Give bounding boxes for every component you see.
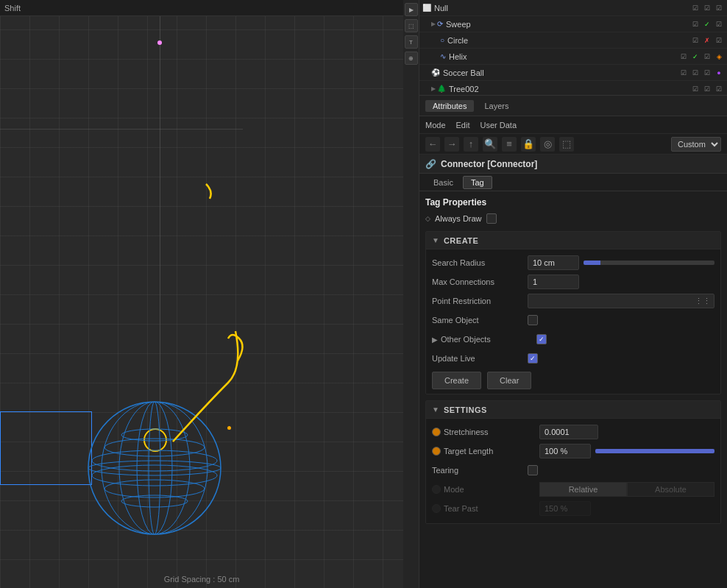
circle-ctrl-2[interactable]: ✗ (702, 35, 712, 46)
subtab-tag[interactable]: Tag (463, 176, 492, 189)
obj-row-sweep[interactable]: ▶ ⟳ Sweep ☑ ✓ ☑ (419, 16, 727, 32)
svg-point-1 (88, 402, 221, 534)
obj-row-circle[interactable]: ○ Circle ☑ ✗ ☑ (419, 32, 727, 49)
max-connections-label: Max Connections (432, 277, 528, 286)
obj-row-soccer[interactable]: ⚽ Soccer Ball ☑ ☑ ☑ ● (419, 65, 727, 81)
prop-search-radius: Search Radius (432, 254, 714, 272)
null-icon: ⬜ (422, 4, 431, 12)
tree-ctrl-2[interactable]: ☑ (702, 84, 712, 94)
create-section-body: Search Radius Max Connections Point Rest… (426, 249, 720, 394)
nav-lock[interactable]: 🔒 (521, 137, 536, 152)
search-radius-slider[interactable] (584, 261, 714, 265)
soccer-tag-icon[interactable]: ● (714, 68, 724, 78)
point-restriction-icon: ⋮⋮ (695, 297, 711, 306)
null-ctrl-1[interactable]: ☑ (690, 3, 701, 13)
svg-point-0 (88, 402, 221, 534)
tearing-checkbox[interactable] (528, 465, 538, 475)
search-radius-control (528, 255, 714, 270)
nav-dropdown: Custom (671, 137, 721, 152)
nav-back[interactable]: ← (425, 137, 440, 152)
target-length-dot[interactable] (432, 447, 441, 456)
tree-icon: 🌲 (437, 85, 446, 93)
settings-section-title: SETTINGS (444, 405, 487, 414)
mode-label: Mode (444, 485, 539, 494)
obj-row-tree[interactable]: ▶ 🌲 Tree002 ☑ ☑ ☑ (419, 81, 727, 97)
obj-row-helix[interactable]: ∿ Helix ☑ ✓ ☑ ◈ (419, 49, 727, 65)
tree-ctrl-1[interactable]: ☑ (690, 84, 701, 94)
component-title-bar: 🔗 Connector [Connector] (419, 155, 727, 174)
sweep-ctrl-1[interactable]: ☑ (690, 19, 701, 29)
prop-target-length: Target Length (432, 442, 714, 460)
settings-chevron-icon: ▼ (432, 405, 439, 414)
other-objects-checkbox[interactable]: ✓ (536, 334, 547, 344)
circle-ctrl-1[interactable]: ☑ (690, 35, 701, 46)
create-button[interactable]: Create (432, 372, 481, 389)
helix-ctrl-3[interactable]: ☑ (702, 52, 712, 62)
sweep-ctrl-3[interactable]: ☑ (714, 19, 724, 29)
prop-stretchiness: Stretchiness (432, 423, 714, 441)
other-objects-expand-icon: ▶ (432, 336, 438, 344)
tear-past-value[interactable] (539, 501, 591, 516)
menu-row: Mode Edit User Data (419, 116, 727, 134)
target-length-value[interactable] (539, 444, 591, 458)
null-ctrl-3[interactable]: ☑ (714, 3, 724, 13)
mode-dot[interactable] (432, 485, 441, 494)
nav-box[interactable]: ⬚ (559, 137, 574, 152)
tool-text[interactable]: T (405, 35, 418, 49)
stretchiness-dot[interactable] (432, 428, 441, 436)
nav-forward[interactable]: → (444, 137, 459, 152)
tree-expand-icon: ▶ (431, 85, 436, 92)
max-connections-value[interactable] (528, 274, 579, 289)
nav-search[interactable]: 🔍 (483, 137, 497, 152)
tool-box[interactable]: ⬚ (405, 19, 418, 32)
tree-controls: ☑ ☑ ☑ (690, 84, 724, 94)
tab-layers[interactable]: Layers (477, 100, 516, 112)
point-restriction-field[interactable]: ⋮⋮ (528, 294, 714, 308)
clear-button[interactable]: Clear (487, 372, 531, 389)
helix-tag-icon[interactable]: ◈ (714, 52, 724, 62)
viewport-topbar: Shift (0, 0, 403, 16)
prop-tearing: Tearing (432, 461, 714, 479)
nav-target[interactable]: ◎ (540, 137, 555, 152)
nav-list[interactable]: ≡ (502, 137, 517, 152)
null-ctrl-2[interactable]: ☑ (702, 3, 712, 13)
helix-ctrl-2[interactable]: ✓ (690, 52, 701, 62)
target-length-slider[interactable] (595, 449, 714, 453)
search-radius-value[interactable] (528, 255, 579, 270)
mode-relative[interactable]: Relative (539, 482, 627, 497)
helix-controls: ☑ ✓ ☑ ◈ (678, 52, 724, 62)
soccer-ctrl-1[interactable]: ☑ (678, 68, 689, 78)
tear-past-dot[interactable] (432, 504, 441, 513)
tab-attributes[interactable]: Attributes (425, 100, 474, 112)
tree-ctrl-3[interactable]: ☑ (714, 84, 724, 94)
soccer-ctrl-3[interactable]: ☑ (702, 68, 712, 78)
soccer-ctrl-2[interactable]: ☑ (690, 68, 701, 78)
menu-userdata[interactable]: User Data (480, 121, 517, 130)
settings-section: ▼ SETTINGS Stretchiness Target Length (425, 400, 721, 524)
selection-box (0, 411, 92, 485)
helix-name: Helix (449, 52, 678, 61)
sweep-ctrl-2[interactable]: ✓ (702, 19, 712, 29)
circle-ctrl-3[interactable]: ☑ (714, 35, 724, 46)
svg-point-11 (119, 402, 190, 534)
menu-edit[interactable]: Edit (456, 121, 470, 130)
always-draw-checkbox[interactable] (486, 213, 497, 224)
subtab-basic[interactable]: Basic (425, 176, 461, 189)
settings-section-body: Stretchiness Target Length Tearing (426, 419, 720, 523)
dropdown-custom[interactable]: Custom (671, 137, 721, 152)
update-live-checkbox[interactable]: ✓ (528, 353, 538, 364)
obj-row-null[interactable]: ⬜ Null ☑ ☑ ☑ (419, 0, 727, 16)
create-section-header[interactable]: ▼ CREATE (426, 232, 720, 249)
stretchiness-value[interactable] (539, 425, 598, 439)
tool-cursor[interactable]: ▶ (405, 3, 418, 16)
sweep-controls: ☑ ✓ ☑ (690, 19, 724, 29)
helix-ctrl-1[interactable]: ☑ (678, 52, 689, 62)
menu-mode[interactable]: Mode (425, 121, 446, 130)
nav-up[interactable]: ↑ (464, 137, 478, 152)
same-object-checkbox[interactable] (528, 315, 538, 325)
viewport[interactable]: Shift (0, 0, 403, 588)
mode-absolute[interactable]: Absolute (627, 482, 714, 497)
svg-point-10 (137, 402, 172, 534)
settings-section-header[interactable]: ▼ SETTINGS (426, 401, 720, 419)
tool-add[interactable]: ⊕ (405, 52, 418, 65)
